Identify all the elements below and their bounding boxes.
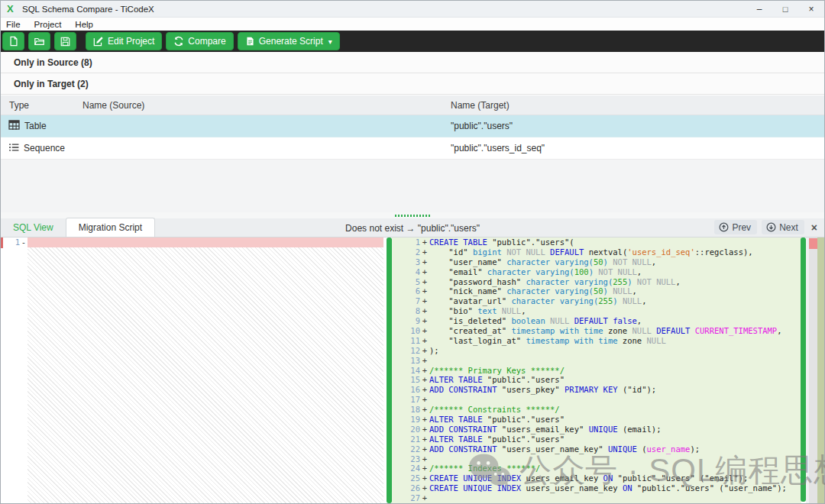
edit-project-button[interactable]: Edit Project [86,32,162,50]
code-text: "email" character varying(100) NOT NULL, [429,267,642,277]
type-label: Table [24,121,47,131]
line-number: 12 [392,346,420,356]
line-number: 1 [1,237,20,247]
next-button[interactable]: Next [762,220,804,234]
grid-header: TypeName (Source)Name (Target) [1,95,824,115]
diff-sign: + [420,326,429,336]
line-number: 22 [392,444,420,454]
diff-sign: + [420,346,429,356]
prev-button[interactable]: Prev [714,220,757,234]
diff-added-line: 23+ [392,454,801,464]
line-number: 4 [392,267,420,277]
column-header-name-target-[interactable]: Name (Target) [451,100,824,111]
table-icon [8,120,20,132]
save-icon [60,37,70,47]
column-header-type[interactable]: Type [1,100,82,111]
table-row[interactable]: Table"public"."users" [1,115,824,137]
diff-added-line: 19+ALTER TABLE "public"."users" [392,415,801,425]
section-header-only-in-source[interactable]: Only in Source (8) [1,52,824,73]
diff-sign: + [420,316,429,326]
new-file-button[interactable] [2,32,24,50]
generate-script-button[interactable]: Generate Script▾ [238,32,340,50]
diff-added-line: 10+ "created_at" timestamp with time zon… [392,326,801,336]
diff-added-line: 8+ "bio" text NULL, [392,306,801,316]
type-label: Sequence [24,143,65,153]
cell-type: Table [1,120,82,132]
toolbar: Edit ProjectCompareGenerate Script▾ [1,31,824,52]
scrollbar-removed-marker [809,238,817,249]
menu-item-project[interactable]: Project [28,20,69,29]
code-text: ); [429,346,439,356]
diff-sign: + [420,366,429,376]
diff-sign: + [420,454,429,464]
line-number: 5 [392,277,420,287]
diff-added-line: 6+ "nick_name" character varying(50) NUL… [392,286,801,296]
edit-icon [93,36,104,47]
diff-sign: + [420,286,429,296]
diff-added-line: 18+/****** Constraints ******/ [392,405,801,415]
maximize-icon[interactable]: □ [772,1,798,17]
code-text: CREATE UNIQUE INDEX users_email_key ON "… [429,473,748,483]
splitter-grip-icon [395,215,430,217]
grid-rows: Table"public"."users"Sequence"public"."u… [1,115,824,160]
panel-close-icon[interactable]: × [809,221,820,234]
toolbar-button-label: Compare [188,36,225,47]
sql-diff-view: 1- 1+CREATE TABLE "public"."users"(2+ "i… [1,237,824,503]
code-text: "last_login_at" timestamp with time zone… [429,336,666,346]
open-folder-button[interactable] [28,32,50,50]
line-number: 18 [392,405,420,415]
compare-icon [173,36,184,47]
diff-scrollbar-thumb[interactable] [817,237,824,503]
column-header-name-source-[interactable]: Name (Source) [82,100,451,111]
line-number: 21 [392,435,420,444]
save-button[interactable] [54,32,76,50]
diff-added-line: 2+ "id" bigint NOT NULL DEFAULT nextval(… [392,247,801,257]
minimize-icon[interactable]: – [746,1,772,17]
diff-sign: + [420,247,429,257]
line-number: 24 [392,464,420,473]
code-text: "avatar_url" character varying(255) NULL… [429,296,647,306]
diff-added-line: 5+ "password_hash" character varying(255… [392,277,801,287]
line-number: 17 [392,395,420,405]
diff-category-accordion: Only in Source (8)Only in Target (2) [1,52,824,95]
table-row[interactable]: Sequence"public"."users_id_seq" [1,137,824,160]
toolbar-button-label: Edit Project [108,36,154,47]
line-number: 6 [392,286,420,296]
diff-added-line: 7+ "avatar_url" character varying(255) N… [392,296,801,306]
panel-nav: Prev Next × [714,218,824,237]
grid-empty-area [1,160,824,212]
diff-sign: + [420,277,429,287]
section-label: Only in Target (2) [14,79,89,89]
code-text: CREATE UNIQUE INDEX users_user_name_key … [429,483,787,493]
diff-added-line: 26+CREATE UNIQUE INDEX users_user_name_k… [392,483,801,493]
code-text: ADD CONSTRAINT "users_email_key" UNIQUE … [429,425,661,435]
diff-added-line: 9+ "is_deleted" boolean NULL DEFAULT fal… [392,316,801,326]
line-number: 11 [392,336,420,346]
diff-added-line: 27+ [392,493,801,503]
diff-sign: + [420,296,429,306]
tab-sql-view[interactable]: SQL View [1,218,66,237]
code-text: CREATE TABLE "public"."users"( [429,237,574,247]
menu-item-help[interactable]: Help [68,20,100,29]
window-title: SQL Schema Compare - TiCodeX [22,5,154,14]
section-header-only-in-target[interactable]: Only in Target (2) [1,73,824,95]
diff-scrollbar[interactable] [809,237,817,503]
diff-added-line: 17+ [392,395,801,405]
code-text: /****** Indexes ******/ [429,464,540,473]
title-bar: X SQL Schema Compare - TiCodeX – □ × [1,1,824,18]
menu-item-file[interactable]: File [1,20,28,29]
diff-added-line: 13+ [392,356,801,366]
tab-migration-script[interactable]: Migration Script [66,218,155,237]
code-text: "bio" text NULL, [429,306,526,316]
diff-sign: + [420,385,429,395]
removed-line-highlight [28,237,383,247]
diff-added-line: 11+ "last_login_at" timestamp with time … [392,336,801,346]
panel-tab-bar: SQL ViewMigration Script Does not exist … [1,218,824,237]
diff-sign: + [420,415,429,425]
close-icon[interactable]: × [798,1,824,17]
diff-added-line: 22+ADD CONSTRAINT "users_user_name_key" … [392,444,801,454]
compare-button[interactable]: Compare [166,32,233,50]
diff-sign: + [420,395,429,405]
code-text: ALTER TABLE "public"."users" [429,435,565,444]
cell-type: Sequence [1,143,82,154]
